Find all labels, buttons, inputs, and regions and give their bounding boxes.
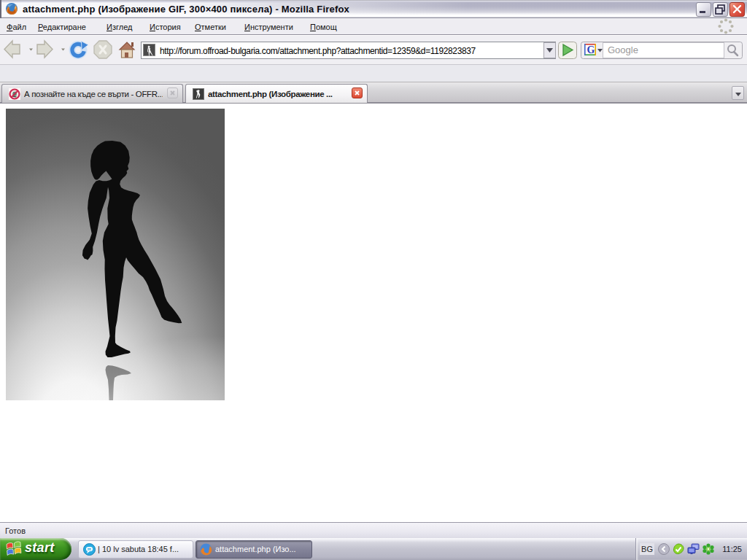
svg-text:Google: Google	[608, 44, 638, 55]
svg-text:G: G	[587, 44, 595, 55]
